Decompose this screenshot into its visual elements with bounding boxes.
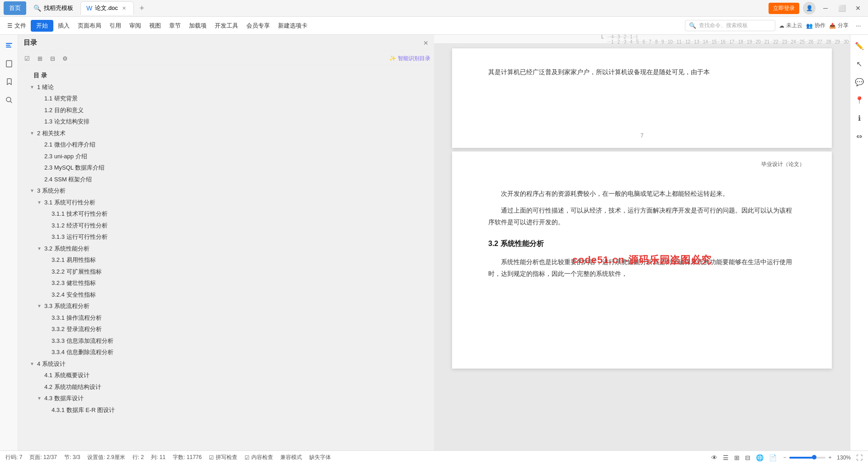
view-icon-split[interactable]: ⊞ [734, 454, 740, 461]
toc-item-27[interactable]: 4.2 系统功能结构设计 [18, 381, 434, 393]
toc-item-29[interactable]: 4.3.1 数据库 E-R 图设计 [18, 404, 434, 416]
view-icon-page[interactable]: 📄 [769, 454, 777, 461]
search-icon-btn[interactable] [2, 93, 16, 107]
toc-item-4[interactable]: 1.3 论文结构安排 [18, 116, 434, 128]
toc-item-19[interactable]: 3.2.4 安全性指标 [18, 289, 434, 301]
zoom-slider[interactable] [789, 457, 826, 459]
bookmark-icon[interactable] [2, 75, 16, 89]
toc-item-label: 2.4 SSM 框架介绍 [44, 175, 92, 184]
load-tab[interactable]: 加载项 [185, 20, 210, 32]
toc-close-button[interactable]: ✕ [423, 39, 429, 47]
toc-settings-btn[interactable]: ⚙ [60, 53, 71, 64]
cloud-button[interactable]: ☁ 未上云 [779, 22, 802, 29]
zoom-control[interactable]: － ＋ 130% [782, 454, 851, 461]
toc-item-23[interactable]: 3.3.3 信息添加流程分析 [18, 335, 434, 347]
title-bar: 首页 🔍 找稻壳模板 W 论文.doc ✕ + 立即登录 👤 ─ ⬜ ✕ [0, 0, 868, 17]
review-tab[interactable]: 审阅 [126, 20, 145, 32]
toc-item-24[interactable]: 3.3.4 信息删除流程分析 [18, 346, 434, 358]
toc-item-21[interactable]: 3.3.1 操作流程分析 [18, 312, 434, 324]
document-area[interactable]: 其是计算机已经广泛普及到家家户户，所以计算机设备现在是随处可见，由于本 7 毕业… [434, 44, 850, 450]
tab-document[interactable]: W 论文.doc ✕ [80, 1, 134, 15]
pages-icon[interactable] [2, 57, 16, 71]
toc-collapse-btn[interactable]: ⊟ [47, 53, 58, 64]
right-location-icon[interactable]: 📍 [852, 93, 867, 107]
content-check-item[interactable]: ☑ 内容检查 [245, 454, 273, 461]
toc-item-26[interactable]: 4.1 系统概要设计 [18, 369, 434, 381]
toc-icon[interactable] [2, 38, 16, 53]
dev-tab[interactable]: 开发工具 [211, 20, 242, 32]
right-cursor-icon[interactable]: ↖ [852, 57, 867, 71]
login-button[interactable]: 立即登录 [769, 3, 799, 14]
toc-item-label: 目 录 [33, 71, 47, 80]
ai-toc-button[interactable]: ✨ 智能识别目录 [389, 55, 430, 62]
start-tab[interactable]: 开始 [31, 20, 53, 32]
toc-item-6[interactable]: 2.1 微信小程序介绍 [18, 139, 434, 151]
toc-item-28[interactable]: ▼4.3 数据库设计 [18, 393, 434, 404]
toc-item-18[interactable]: 3.2.3 健壮性指标 [18, 277, 434, 289]
toc-item-13[interactable]: 3.1.2 经济可行性分析 [18, 220, 434, 232]
view-tab[interactable]: 视图 [146, 20, 165, 32]
toc-item-7[interactable]: 2.3 uni-app 介绍 [18, 151, 434, 162]
fullscreen-icon[interactable]: ⛶ [856, 454, 863, 461]
right-edit-icon[interactable]: ✏️ [852, 38, 867, 53]
toc-item-8[interactable]: 2.3 MySQL 数据库介绍 [18, 162, 434, 174]
line-info: 行: 2 [132, 454, 144, 461]
toc-title: 目录 [24, 38, 37, 47]
ai-icon: ✨ [389, 55, 396, 62]
view-icon-list[interactable]: ☰ [723, 454, 729, 461]
toc-expand-icon: ▼ [36, 245, 42, 251]
zoom-out-icon[interactable]: － [782, 454, 788, 461]
toc-item-1[interactable]: ▼1 绪论 [18, 81, 434, 93]
toc-item-0[interactable]: 目 录 [18, 70, 434, 81]
toc-item-10[interactable]: ▼3 系统分析 [18, 185, 434, 197]
share-button[interactable]: 📤 分享 [829, 22, 849, 29]
zoom-in-icon[interactable]: ＋ [827, 454, 833, 461]
ref-tab[interactable]: 引用 [106, 20, 125, 32]
status-right: 👁 ☰ ⊞ ⊟ 🌐 📄 － ＋ 130% ⛶ [711, 454, 863, 461]
chapter-tab[interactable]: 章节 [165, 20, 184, 32]
spell-check-item[interactable]: ☑ 拼写检查 [209, 454, 237, 461]
layout-tab[interactable]: 页面布局 [74, 20, 105, 32]
more-button[interactable]: ··· [852, 20, 864, 31]
toc-item-label: 3.3.2 登录流程分析 [52, 325, 102, 334]
view-icon-globe[interactable]: 🌐 [756, 454, 764, 461]
new-tab-btn[interactable]: 新建选项卡 [274, 20, 311, 32]
tab-home[interactable]: 首页 [4, 1, 26, 15]
member-tab[interactable]: 会员专享 [243, 20, 274, 32]
right-expand-icon[interactable]: ⇔ [852, 129, 867, 143]
toc-item-17[interactable]: 3.2.2 可扩展性指标 [18, 266, 434, 278]
insert-tab[interactable]: 插入 [54, 20, 73, 32]
close-tab-icon[interactable]: ✕ [121, 5, 128, 12]
toc-item-25[interactable]: ▼4 系统设计 [18, 358, 434, 370]
toc-item-5[interactable]: ▼2 相关技术 [18, 128, 434, 139]
toc-item-16[interactable]: 3.2.1 易用性指标 [18, 254, 434, 266]
page2-para1: 次开发的程序占有的资源耗费较小，在一般的电脑或笔记本上都能轻松运转起来。 [488, 188, 796, 200]
toc-item-9[interactable]: 2.4 SSM 框架介绍 [18, 174, 434, 185]
tab-template[interactable]: 🔍 找稻壳模板 [28, 1, 79, 15]
add-tab-button[interactable]: + [136, 2, 148, 14]
toc-item-20[interactable]: ▼3.3 系统流程分析 [18, 300, 434, 312]
title-bar-right: 立即登录 👤 ─ ⬜ ✕ [769, 2, 864, 14]
toc-item-11[interactable]: ▼3.1 系统可行性分析 [18, 197, 434, 208]
toc-item-14[interactable]: 3.1.3 运行可行性分析 [18, 231, 434, 243]
toc-item-22[interactable]: 3.3.2 登录流程分析 [18, 323, 434, 335]
view-icon-normal[interactable]: 👁 [711, 454, 717, 461]
collab-button[interactable]: 👥 协作 [806, 22, 826, 29]
toc-check-btn[interactable]: ☑ [22, 53, 33, 64]
ref-label: 引用 [109, 22, 121, 30]
view-icon-two[interactable]: ⊟ [745, 454, 750, 461]
toc-panel: 目录 ✕ ☑ ⊞ ⊟ ⚙ ✨ 智能识别目录 目 录▼1 绪论1.1 研究背景1.… [18, 35, 434, 450]
search-box[interactable]: 🔍 查找命令、搜索模板 [685, 20, 775, 31]
restore-button[interactable]: ⬜ [835, 2, 848, 14]
user-avatar[interactable]: 👤 [803, 2, 816, 14]
toc-item-15[interactable]: ▼3.2 系统性能分析 [18, 243, 434, 255]
right-comment-icon[interactable]: 💬 [852, 75, 867, 89]
toc-item-3[interactable]: 1.2 目的和意义 [18, 104, 434, 116]
toc-expand-btn[interactable]: ⊞ [34, 53, 45, 64]
right-info-icon[interactable]: ℹ [852, 111, 867, 125]
file-menu[interactable]: ☰ 文件 [4, 20, 30, 32]
minimize-button[interactable]: ─ [819, 2, 832, 14]
toc-item-2[interactable]: 1.1 研究背景 [18, 93, 434, 104]
toc-item-12[interactable]: 3.1.1 技术可行性分析 [18, 208, 434, 220]
close-button[interactable]: ✕ [852, 2, 864, 14]
